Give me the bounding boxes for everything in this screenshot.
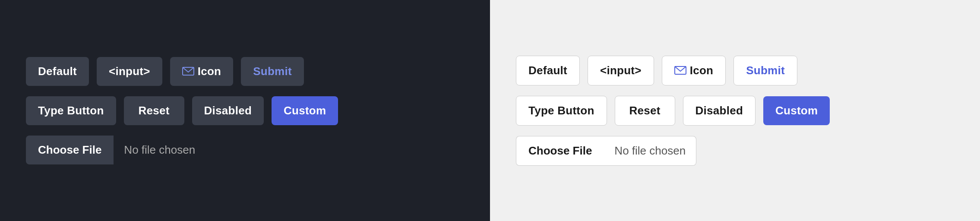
light-panel: Default <input> Icon Submit Type Button … xyxy=(490,0,980,221)
dark-submit-button[interactable]: Submit xyxy=(241,57,304,86)
light-icon-button[interactable]: Icon xyxy=(662,56,726,85)
dark-icon-button[interactable]: Icon xyxy=(170,57,234,86)
dark-panel: Default <input> Icon Submit Type Button … xyxy=(0,0,490,221)
dark-reset-button[interactable]: Reset xyxy=(124,96,184,125)
light-row-1: Default <input> Icon Submit xyxy=(516,56,954,85)
light-icon-label: Icon xyxy=(690,64,714,77)
light-choose-file-button[interactable]: Choose File xyxy=(516,136,604,166)
dark-row-2: Type Button Reset Disabled Custom xyxy=(26,96,464,125)
mail-icon-light xyxy=(674,66,686,75)
dark-input-button[interactable]: <input> xyxy=(97,57,162,86)
light-default-button[interactable]: Default xyxy=(516,56,580,85)
mail-icon xyxy=(182,67,194,76)
dark-custom-button[interactable]: Custom xyxy=(272,96,338,125)
light-file-row: Choose File No file chosen xyxy=(516,136,954,166)
dark-choose-file-button[interactable]: Choose File xyxy=(26,136,114,164)
dark-disabled-button[interactable]: Disabled xyxy=(192,96,264,125)
light-submit-button[interactable]: Submit xyxy=(733,56,797,85)
light-input-button[interactable]: <input> xyxy=(588,56,654,85)
dark-icon-label: Icon xyxy=(198,65,221,78)
dark-row-1: Default <input> Icon Submit xyxy=(26,57,464,86)
light-disabled-button[interactable]: Disabled xyxy=(683,96,756,126)
light-reset-button[interactable]: Reset xyxy=(615,96,675,126)
dark-default-button[interactable]: Default xyxy=(26,57,89,86)
light-type-button[interactable]: Type Button xyxy=(516,96,607,126)
dark-type-button[interactable]: Type Button xyxy=(26,96,116,125)
dark-file-row: Choose File No file chosen xyxy=(26,136,464,164)
dark-no-file-label: No file chosen xyxy=(114,136,205,164)
light-no-file-label: No file chosen xyxy=(604,136,696,166)
light-custom-button[interactable]: Custom xyxy=(763,96,830,125)
light-row-2: Type Button Reset Disabled Custom xyxy=(516,96,954,126)
